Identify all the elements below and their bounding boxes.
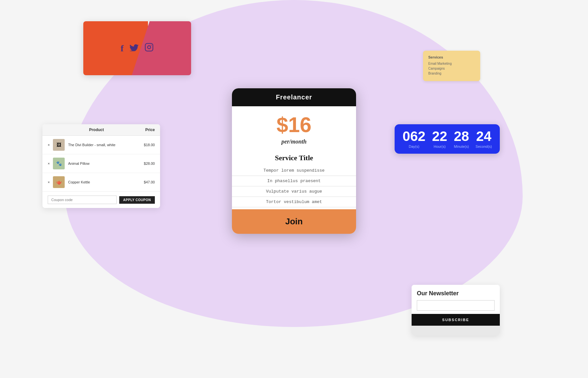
pricing-feature-1: In phasellus praesent — [232, 176, 356, 186]
remove-item-1[interactable]: × — [48, 143, 50, 147]
table-row: × 🐾 Animal Pillow $28.00 — [42, 154, 160, 173]
table-row: × 🖼 The Divi Builder - small, white $18.… — [42, 136, 160, 154]
days-label: Day(s) — [402, 145, 425, 148]
product-price-2: $28.00 — [144, 162, 155, 165]
pricing-description: Tempor lorem suspendisse — [232, 165, 356, 176]
pricing-card: Freelancer $16 per/month Service Title T… — [232, 88, 356, 234]
seconds-label: Second(s) — [476, 145, 492, 148]
services-title: Services — [428, 55, 475, 59]
product-price-1: $18.00 — [144, 143, 155, 147]
newsletter-card: Our Newsletter SUBSCRIBE — [412, 285, 500, 335]
instagram-icon[interactable] — [145, 43, 154, 54]
cart-card: Product Price × 🖼 The Divi Builder - sma… — [42, 124, 160, 208]
countdown-seconds: 24 Second(s) — [476, 129, 492, 148]
svg-rect-0 — [145, 43, 153, 51]
pricing-cta-button[interactable]: Join — [232, 209, 356, 234]
countdown-card: 062 Day(s) 22 Hour(s) 28 Minute(s) 24 Se… — [395, 124, 500, 154]
cart-header-product: Product — [48, 128, 145, 132]
minutes-value: 28 — [454, 129, 469, 143]
services-item-2: Campaigns — [428, 67, 475, 70]
newsletter-footer — [412, 326, 500, 335]
product-thumb-3: 🫖 — [53, 176, 65, 188]
countdown-hours: 22 Hour(s) — [432, 129, 447, 148]
cart-header: Product Price — [42, 124, 160, 136]
newsletter-subscribe-button[interactable]: SUBSCRIBE — [412, 314, 500, 326]
hours-value: 22 — [432, 129, 447, 143]
facebook-icon[interactable]: f — [121, 43, 123, 54]
newsletter-email-input[interactable] — [417, 300, 495, 311]
product-price-3: $47.00 — [144, 180, 155, 184]
services-card: Services Email Marketing Campaigns Brand… — [423, 51, 480, 81]
product-name-2: Animal Pillow — [68, 162, 140, 165]
product-name-3: Copper Kettle — [68, 180, 140, 184]
coupon-input[interactable] — [48, 196, 117, 204]
coupon-section: APPLY COUPON — [42, 192, 160, 208]
services-item-3: Branding — [428, 72, 475, 75]
newsletter-title: Our Newsletter — [412, 285, 500, 300]
pricing-feature-2: Vulputate varius augue — [232, 186, 356, 197]
remove-item-2[interactable]: × — [48, 162, 50, 165]
product-name-1: The Divi Builder - small, white — [68, 143, 140, 147]
twitter-icon[interactable] — [130, 43, 139, 53]
hours-label: Hour(s) — [432, 145, 447, 148]
pricing-feature-3: Tortor vestibulum amet — [232, 197, 356, 207]
social-card-background: f — [83, 21, 191, 75]
pricing-price: $16 — [232, 106, 356, 138]
apply-coupon-button[interactable]: APPLY COUPON — [119, 196, 155, 204]
table-row: × 🫖 Copper Kettle $47.00 — [42, 173, 160, 192]
seconds-value: 24 — [476, 129, 492, 143]
pricing-plan-name: Freelancer — [232, 88, 356, 106]
product-thumb-1: 🖼 — [53, 139, 65, 151]
product-thumb-2: 🐾 — [53, 158, 65, 169]
countdown-minutes: 28 Minute(s) — [454, 129, 469, 148]
pricing-service-title: Service Title — [232, 150, 356, 165]
minutes-label: Minute(s) — [454, 145, 469, 148]
social-icons-group: f — [121, 43, 154, 54]
cart-header-price: Price — [145, 128, 155, 132]
pricing-period: per/month — [232, 138, 356, 150]
remove-item-3[interactable]: × — [48, 180, 50, 184]
countdown-days: 062 Day(s) — [402, 129, 425, 148]
social-card: f — [83, 21, 191, 75]
days-value: 062 — [402, 129, 425, 143]
services-item-1: Email Marketing — [428, 62, 475, 65]
